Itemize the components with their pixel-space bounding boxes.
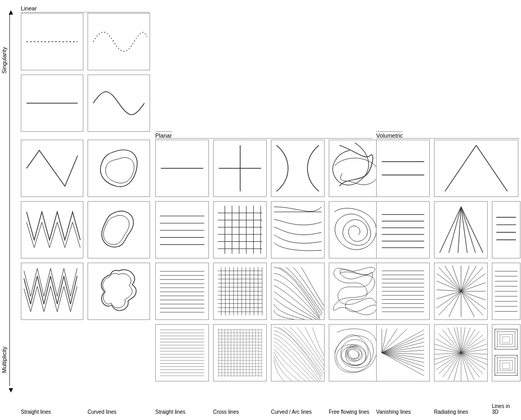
svg-concentric (271, 263, 324, 319)
svg-line-173 (382, 353, 424, 366)
label-curved-arc-lines: Curved / Arc lines (271, 409, 312, 415)
svg-solid-line (21, 75, 83, 131)
svg-line-92 (461, 267, 483, 291)
cell-v3-c2 (492, 324, 520, 381)
axis-line (9, 15, 10, 386)
svg-dense-zigzag (21, 263, 83, 319)
label-cross-lines: Cross lines (213, 409, 239, 415)
svg-line-193 (461, 353, 483, 374)
svg-line-183 (461, 329, 475, 353)
cell-v2-c2 (492, 263, 520, 320)
cell-v3-c1 (434, 324, 488, 381)
svg-dense-vanish (377, 325, 429, 381)
linear-label: Linear (21, 5, 37, 11)
svg-vdense-hlines (156, 325, 208, 381)
svg-dense-hlines (156, 263, 208, 319)
svg-swirl-complex (329, 202, 382, 258)
svg-line-165 (382, 334, 424, 353)
svg-line-167 (382, 342, 424, 353)
cell-p1-c0 (155, 201, 209, 258)
arrow-down-icon: ▼ (7, 386, 15, 394)
svg-organic-blob (88, 202, 150, 258)
label-straight-lines-planar: Straight lines (155, 409, 185, 415)
cell-p2-c0 (155, 263, 209, 320)
svg-dotted-line (21, 14, 83, 70)
cell-r3-c0 (21, 201, 83, 258)
label-radiating: Radiating lines (434, 409, 468, 415)
cell-p3-c3 (329, 324, 382, 381)
svg-line-90 (461, 266, 469, 291)
svg-dense-grid (214, 263, 266, 319)
svg-dense-scribble (329, 325, 382, 381)
svg-line-36 (461, 207, 475, 253)
cell-r0-c0 (21, 13, 83, 70)
svg-burst (435, 325, 487, 381)
svg-scribble (329, 263, 382, 319)
svg-line-199 (448, 353, 461, 380)
cell-p2-c2 (271, 263, 325, 320)
svg-multi-zigzag (21, 202, 83, 258)
cell-r3-c1 (88, 201, 150, 258)
svg-line-203 (435, 353, 461, 365)
svg-dense-radiate (435, 263, 487, 319)
cell-r0-c1 (88, 13, 150, 70)
cell-p2-c3 (329, 263, 382, 320)
svg-line-87 (445, 266, 461, 291)
cell-r4-c1 (88, 263, 150, 320)
cell-v0-c1 (434, 140, 518, 197)
svg-line-175 (382, 353, 424, 376)
svg-line-7 (445, 145, 476, 191)
svg-line-227 (515, 355, 517, 358)
svg-line-105 (437, 290, 461, 291)
svg-line-201 (439, 353, 461, 374)
cell-p0-c2 (271, 140, 325, 197)
svg-line-229 (515, 373, 517, 376)
svg-line-8 (476, 145, 507, 191)
cell-v1-c2 (492, 201, 520, 258)
cell-p1-c3 (329, 201, 382, 258)
svg-3d-box (492, 263, 520, 319)
svg-line-176 (382, 329, 407, 353)
svg-line-226 (495, 355, 498, 358)
svg-vdense-grid (214, 325, 266, 381)
cell-p3-c1 (213, 324, 267, 381)
svg-h-line (156, 140, 208, 196)
svg-curved-flow (271, 202, 324, 258)
svg-fan (435, 202, 487, 258)
svg-vanish-lines (377, 263, 429, 319)
svg-line-93 (461, 274, 486, 291)
svg-line-194 (461, 353, 479, 377)
svg-line-195 (461, 353, 474, 380)
cell-r4-c0 (21, 263, 83, 320)
arrow-up-icon: ▲ (7, 8, 15, 16)
label-lines-3d: Lines in 3D (492, 403, 516, 415)
cell-v2-c0 (376, 263, 430, 320)
cell-v2-c1 (434, 263, 488, 320)
linear-bracket (21, 12, 150, 13)
svg-line-209 (439, 334, 461, 353)
svg-line-200 (443, 353, 461, 377)
svg-line-191 (461, 353, 487, 365)
main-container: ▲ Singularity Multiplicity ▼ Linear Plan… (21, 5, 516, 415)
svg-line-190 (461, 353, 487, 360)
cell-p3-c0 (155, 324, 209, 381)
svg-line-210 (443, 330, 461, 353)
svg-fractal-blob (88, 263, 150, 319)
cell-v0-c0 (376, 140, 430, 197)
cell-v1-c1 (434, 201, 488, 258)
svg-vdense-arcs (271, 325, 324, 381)
planar-label: Planar (155, 131, 172, 139)
svg-blob (88, 140, 150, 196)
svg-multi-hlines (156, 202, 208, 258)
svg-zigzag (21, 140, 83, 196)
svg-wave (88, 75, 150, 131)
cell-p0-c0 (155, 140, 209, 197)
svg-3d-wireframe (492, 325, 520, 381)
svg-line-91 (461, 266, 476, 291)
svg-line-189 (461, 353, 487, 354)
cell-r1-c0 (21, 75, 83, 132)
cell-p0-c3 (329, 140, 382, 197)
cell-p3-c2 (271, 324, 325, 381)
svg-line-221 (515, 347, 517, 349)
svg-line-205 (435, 353, 461, 354)
